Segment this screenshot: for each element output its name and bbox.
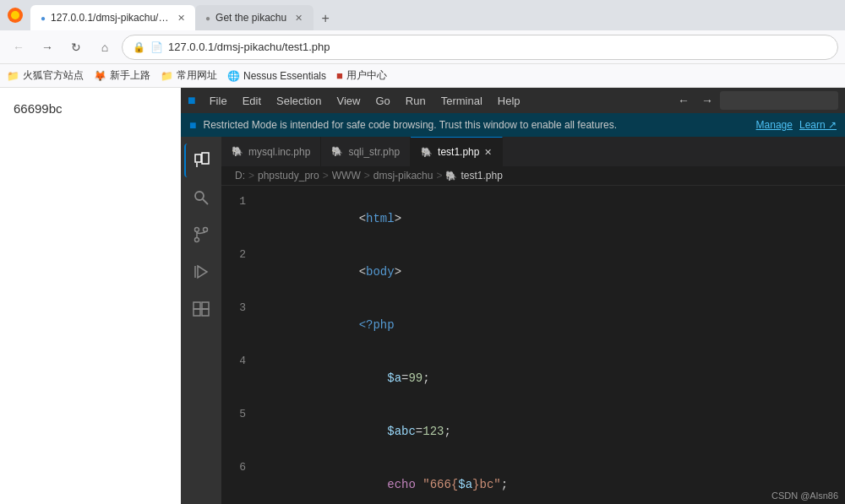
- address-text: 127.0.0.1/dmsj-pikachu/test1.php: [168, 41, 827, 53]
- activity-search[interactable]: [184, 181, 218, 214]
- tab1-title: 127.0.0.1/dmsj-pikachu/test1.php: [51, 12, 169, 24]
- menu-selection[interactable]: Selection: [270, 93, 328, 109]
- line-code-5: $abc=123;: [259, 405, 451, 458]
- svg-point-5: [195, 192, 204, 200]
- menu-help[interactable]: Help: [491, 93, 527, 109]
- bookmark-firefox-official[interactable]: 📁 火狐官方站点: [7, 68, 84, 83]
- browser-tab-2[interactable]: ● Get the pikachu ✕: [195, 5, 313, 30]
- vscode-editor: ■ File Edit Selection View Go Run Termin…: [181, 88, 845, 504]
- vscode-icon-notif: ■: [189, 118, 196, 132]
- back-button[interactable]: ←: [7, 35, 30, 59]
- tab-sqli-label: sqli_str.php: [348, 146, 400, 158]
- tab-mysql[interactable]: 🐘 mysql.inc.php: [221, 137, 321, 166]
- menu-file[interactable]: File: [203, 93, 234, 109]
- breadcrumb-dmsj[interactable]: dmsj-pikachu: [373, 170, 433, 182]
- tab2-title: Get the pikachu: [215, 12, 286, 24]
- tab1-close[interactable]: ✕: [177, 13, 185, 24]
- line-num-2: 2: [221, 247, 259, 263]
- bookmarks-bar: 📁 火狐官方站点 🦊 新手上路 📁 常用网址 🌐 Nessus Essentia…: [0, 64, 845, 88]
- tab2-icon: ●: [205, 14, 210, 23]
- nav-forward-button[interactable]: →: [696, 92, 718, 109]
- firefox-icon-small: 🦊: [94, 70, 106, 82]
- bookmark-label: 火狐官方站点: [23, 68, 84, 83]
- line-code-4: $a=99;: [259, 352, 430, 405]
- globe-icon: 🌐: [227, 70, 240, 82]
- activity-extensions[interactable]: [184, 292, 218, 326]
- home-button[interactable]: ⌂: [93, 35, 117, 59]
- tab1-icon: ●: [41, 14, 46, 23]
- svg-rect-15: [194, 302, 200, 309]
- firefox-icon: [7, 7, 24, 24]
- activity-bar: [181, 137, 221, 504]
- svg-rect-14: [202, 309, 209, 316]
- line-code-1: <html>: [259, 192, 401, 246]
- bookmark-label: 用户中心: [346, 68, 387, 83]
- code-editor[interactable]: 1 <html> 2 <body> 3: [221, 186, 845, 504]
- code-line-4: 4 $a=99;: [221, 352, 845, 405]
- browser-tab-1[interactable]: ● 127.0.0.1/dmsj-pikachu/test1.php ✕: [30, 5, 195, 30]
- menu-go[interactable]: Go: [368, 93, 396, 109]
- line-num-3: 3: [221, 300, 259, 317]
- page-icon: 📄: [150, 41, 163, 53]
- bookmark-newbie[interactable]: 🦊 新手上路: [94, 68, 150, 83]
- bookmark-label: 常用网址: [177, 68, 217, 83]
- svg-rect-16: [202, 302, 209, 309]
- line-num-1: 1: [221, 193, 259, 210]
- tab2-close[interactable]: ✕: [295, 13, 303, 24]
- svg-rect-3: [202, 153, 209, 164]
- page-hash-text: 66699bc: [14, 101, 63, 116]
- menu-navigation: ← →: [673, 91, 838, 110]
- new-tab-button[interactable]: +: [313, 7, 337, 30]
- svg-rect-2: [195, 154, 201, 162]
- watermark: CSDN @Alsn86: [771, 490, 838, 501]
- breadcrumb-d[interactable]: D:: [235, 170, 245, 182]
- svg-line-6: [203, 199, 208, 204]
- breadcrumb: D: > phpstudy_pro > WWW > dmsj-pikachu >…: [221, 166, 845, 186]
- vscode-search-input[interactable]: [720, 91, 838, 110]
- bookmark-nessus[interactable]: 🌐 Nessus Essentials: [227, 70, 326, 82]
- svg-point-7: [195, 228, 199, 232]
- forward-button[interactable]: →: [35, 35, 59, 59]
- svg-point-1: [11, 11, 19, 19]
- tab-test1-icon: 🐘: [421, 147, 433, 158]
- bookmark-common-sites[interactable]: 📁 常用网址: [161, 68, 217, 83]
- svg-point-9: [204, 228, 208, 232]
- learn-link[interactable]: Learn ↗: [799, 119, 837, 131]
- activity-run[interactable]: [184, 255, 218, 289]
- bookmark-label: 新手上路: [110, 68, 150, 83]
- line-code-6: echo "666{$a}bc";: [259, 458, 508, 504]
- tab-test1[interactable]: 🐘 test1.php ✕: [411, 137, 503, 166]
- menu-view[interactable]: View: [330, 93, 368, 109]
- browser-page-content: 66699bc: [0, 88, 181, 504]
- svg-point-8: [195, 238, 199, 242]
- notification-bar: ■ Restricted Mode is intended for safe c…: [181, 113, 845, 137]
- manage-link[interactable]: Manage: [756, 119, 793, 131]
- bookmark-user-center[interactable]: ■ 用户中心: [336, 68, 387, 83]
- breadcrumb-www[interactable]: WWW: [332, 170, 361, 182]
- bookmark-label: Nessus Essentials: [243, 70, 326, 82]
- address-bar[interactable]: 🔒 📄 127.0.0.1/dmsj-pikachu/test1.php: [122, 35, 838, 60]
- line-code-3: <?php: [259, 299, 395, 352]
- nav-back-button[interactable]: ←: [673, 92, 695, 109]
- menu-terminal[interactable]: Terminal: [434, 93, 489, 109]
- breadcrumb-phpstudy[interactable]: phpstudy_pro: [258, 170, 319, 182]
- svg-rect-13: [194, 309, 200, 316]
- svg-marker-11: [198, 266, 207, 278]
- tab-test1-close[interactable]: ✕: [484, 147, 492, 158]
- activity-explorer[interactable]: [184, 144, 218, 177]
- tab-sqli[interactable]: 🐘 sqli_str.php: [321, 137, 411, 166]
- tab-test1-label: test1.php: [438, 146, 479, 158]
- menu-edit[interactable]: Edit: [236, 93, 268, 109]
- code-line-3: 3 <?php: [221, 299, 845, 352]
- menu-run[interactable]: Run: [399, 93, 433, 109]
- vscode-menubar: ■ File Edit Selection View Go Run Termin…: [181, 88, 845, 113]
- line-num-6: 6: [221, 459, 259, 476]
- line-code-2: <body>: [259, 246, 401, 299]
- notification-text: Restricted Mode is intended for safe cod…: [203, 119, 749, 131]
- tab-mysql-label: mysql.inc.php: [248, 146, 310, 158]
- activity-source-control[interactable]: [184, 218, 218, 252]
- code-line-1: 1 <html>: [221, 192, 845, 246]
- folder-icon: 📁: [161, 70, 173, 82]
- tab-sqli-icon: 🐘: [331, 146, 343, 157]
- reload-button[interactable]: ↻: [64, 35, 88, 59]
